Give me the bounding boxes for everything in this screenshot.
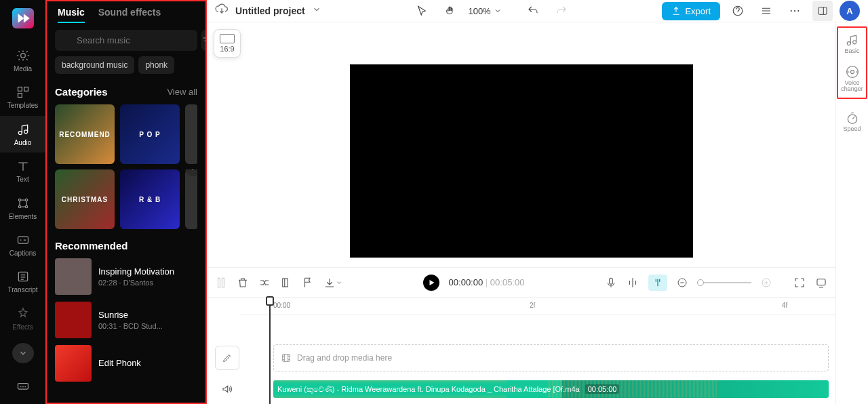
category-christmas[interactable]: CHRISTMAS <box>55 169 115 229</box>
tab-music[interactable]: Music <box>58 7 85 23</box>
svg-rect-10 <box>18 237 28 243</box>
nav-transcript[interactable]: Transcript <box>0 264 45 300</box>
panel-toggle[interactable] <box>812 1 833 21</box>
zoom-out-button[interactable] <box>677 277 688 288</box>
category-rnb[interactable]: R & B <box>120 169 180 229</box>
playhead[interactable] <box>269 298 271 404</box>
svg-rect-12 <box>18 383 28 388</box>
svg-point-7 <box>25 199 27 201</box>
project-title[interactable]: Untitled project <box>235 5 305 16</box>
nav-elements[interactable]: Elements <box>0 190 45 226</box>
app-logo[interactable] <box>12 8 34 28</box>
svg-point-6 <box>18 199 20 201</box>
chip-phonk[interactable]: phonk <box>138 56 174 74</box>
svg-point-29 <box>850 70 854 74</box>
ruler-tick: 00:00 <box>273 302 290 309</box>
split-tool[interactable] <box>215 277 227 289</box>
chip-background-music[interactable]: background music <box>55 56 134 74</box>
zoom-in-button[interactable] <box>761 277 772 288</box>
play-button[interactable] <box>423 275 439 291</box>
media-track-placeholder[interactable]: Drag and drop media here <box>273 344 829 371</box>
speed-tab[interactable]: Speed <box>842 108 862 135</box>
cloud-icon[interactable] <box>215 3 229 19</box>
nav-transcript-label: Transcript <box>7 286 37 294</box>
cursor-tool[interactable] <box>411 0 433 22</box>
nav-more[interactable] <box>0 367 45 404</box>
rec-item[interactable]: Edit Phonk <box>55 345 197 382</box>
timecode: 00:00:00 | 00:05:00 <box>449 277 525 287</box>
audio-track-icon[interactable] <box>215 383 239 395</box>
fullscreen-button[interactable] <box>793 277 806 289</box>
svg-point-9 <box>25 205 27 207</box>
svg-rect-26 <box>283 355 290 362</box>
preview-canvas[interactable] <box>350 64 693 258</box>
category-recommend[interactable]: RECOMMEND <box>55 104 115 164</box>
download-button[interactable] <box>323 277 342 289</box>
audio-panel: Music Sound effects background music pho… <box>45 0 207 404</box>
help-button[interactable] <box>727 0 749 22</box>
audio-clip[interactable]: Kuweni (කුවේණි) - Ridma Weerawardena ft.… <box>273 380 829 398</box>
svg-point-4 <box>18 131 22 134</box>
film-icon <box>281 352 292 363</box>
crop-button[interactable] <box>280 277 292 289</box>
nav-audio[interactable]: Audio <box>0 116 45 153</box>
svg-point-27 <box>848 42 851 45</box>
nav-text[interactable]: Text <box>0 153 45 189</box>
collapse-nav-button[interactable] <box>12 343 34 363</box>
layers-button[interactable] <box>755 0 777 22</box>
undo-button[interactable] <box>522 0 544 22</box>
zoom-slider[interactable] <box>697 282 751 283</box>
aspect-ratio-button[interactable]: 16:9 <box>214 29 241 58</box>
timeline-ruler[interactable]: 00:00 2f 4f <box>239 298 835 315</box>
nav-media[interactable]: Media <box>0 42 45 79</box>
category-edge[interactable] <box>185 104 197 164</box>
svg-rect-18 <box>818 7 827 15</box>
nav-captions[interactable]: Captions <box>0 226 45 263</box>
svg-rect-22 <box>610 278 613 284</box>
svg-point-0 <box>20 53 25 58</box>
aspect-label: 16:9 <box>220 45 234 53</box>
svg-rect-2 <box>24 87 28 92</box>
project-dropdown[interactable] <box>312 5 321 17</box>
export-button[interactable]: Export <box>662 2 720 20</box>
ruler-tick: 4f <box>782 302 787 309</box>
magnetic-button[interactable] <box>648 275 667 291</box>
basic-tab[interactable]: Basic <box>843 31 861 57</box>
preview-expand-button[interactable] <box>815 277 827 289</box>
nav-text-label: Text <box>16 176 28 183</box>
rec-title: Edit Phonk <box>98 358 141 369</box>
category-pop[interactable]: P O P <box>120 104 180 164</box>
rec-title: Inspiring Motivation <box>98 266 174 277</box>
category-edge2[interactable] <box>185 169 197 229</box>
filter-button[interactable] <box>201 30 207 51</box>
nav-templates[interactable]: Templates <box>0 79 45 115</box>
nav-templates-label: Templates <box>7 102 39 109</box>
nav-audio-label: Audio <box>14 139 32 146</box>
tab-sound-effects[interactable]: Sound effects <box>98 7 161 23</box>
svg-point-8 <box>18 205 20 207</box>
left-nav: Media Templates Audio Text Elements Capt… <box>0 0 45 404</box>
timeline[interactable]: 00:00 2f 4f Drag and drop media here <box>207 297 835 404</box>
topbar: Untitled project 100% Export A <box>207 0 868 22</box>
zoom-percent[interactable]: 100% <box>468 6 501 16</box>
track-edit-button[interactable] <box>215 346 239 370</box>
marker-button[interactable] <box>302 277 314 289</box>
voice-changer-tab[interactable]: Voice changer <box>840 62 865 95</box>
rec-thumb <box>55 258 92 295</box>
svg-rect-25 <box>817 279 825 285</box>
delete-button[interactable] <box>237 277 249 289</box>
more-button[interactable] <box>784 0 806 22</box>
transitions-button[interactable] <box>258 277 271 289</box>
record-audio-button[interactable] <box>605 277 617 289</box>
rec-item[interactable]: Inspiring Motivation 02:28 · D'Santos <box>55 258 197 295</box>
avatar[interactable]: A <box>840 1 860 21</box>
align-button[interactable] <box>627 277 639 289</box>
rec-meta: 00:31 · BCD Stud... <box>98 322 163 330</box>
rec-item[interactable]: Sunrise 00:31 · BCD Stud... <box>55 302 197 338</box>
search-input[interactable] <box>55 30 197 51</box>
redo-button[interactable] <box>551 0 572 22</box>
view-all-link[interactable]: View all <box>167 87 197 97</box>
nav-effects[interactable]: Effects <box>0 300 45 337</box>
hand-tool[interactable] <box>439 0 461 22</box>
svg-point-15 <box>791 10 792 12</box>
